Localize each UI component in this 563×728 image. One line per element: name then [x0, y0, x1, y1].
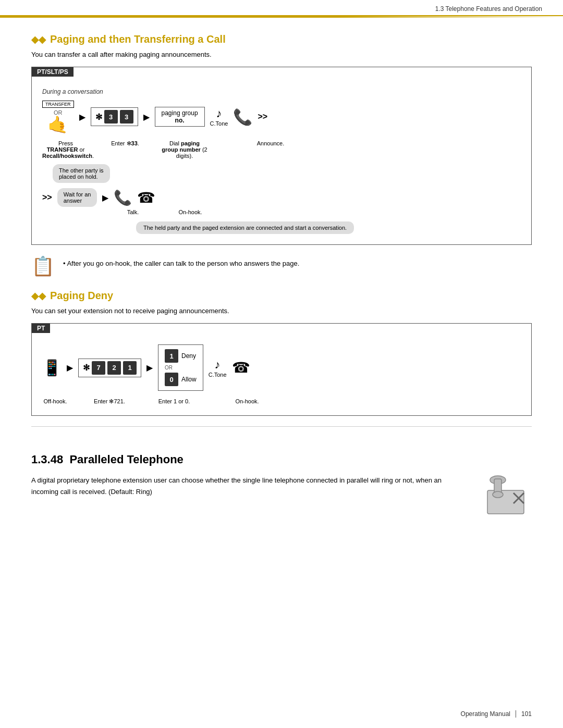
diagram-label-2: PT [32, 324, 50, 333]
page-header: 1.3 Telephone Features and Operation [0, 0, 563, 16]
onhook-col: ☎ [137, 189, 155, 206]
allow-label: Allow [181, 376, 197, 383]
label-announce: Announce. [250, 140, 291, 146]
offhook-col: 📱 [42, 359, 62, 377]
music-note-icon-2: ♪ [215, 358, 221, 372]
footer-divider [516, 710, 516, 718]
section3-body: A digital proprietary telephone extensio… [31, 475, 469, 498]
arrow-d1: ▶ [67, 363, 73, 373]
double-arrow-right: >> [258, 112, 267, 121]
hold-bubble-area: The other party isplaced on hold. [53, 164, 521, 183]
hold-bubble: The other party isplaced on hold. [53, 164, 110, 183]
section2-title-text: Paging Deny [50, 290, 113, 302]
label-onhook: On-hook. [175, 209, 206, 215]
note-bullet-text: After you go on-hook, the caller can tal… [67, 260, 299, 267]
held-bubble: The held party and the paged extension a… [136, 221, 354, 234]
content: ◆◆ Paging and then Transferring a Call Y… [0, 18, 563, 537]
section3-divider [31, 426, 532, 437]
note-paper-icon: 📋 [31, 255, 55, 277]
section3-number: 1.3.48 [31, 453, 63, 466]
star721-key-group: ✻ 7 2 1 [78, 359, 141, 377]
ctone-col-2: ♪ C.Tone [209, 358, 227, 378]
flow-row-paging-deny: 📱 ▶ ✻ 7 2 1 ▶ 1 Deny [42, 344, 521, 391]
deny-allow-box: 1 Deny OR 0 Allow [158, 344, 203, 391]
star-key: ✻ [95, 112, 102, 122]
allow-key: 0 [165, 373, 178, 386]
label-press-transfer: Press TRANSFER or Recall/hookswitch. [42, 140, 89, 159]
ctone-label: C.Tone [210, 120, 228, 127]
section3-title-text: Paralleled Telephone [69, 453, 183, 466]
section1-desc: You can transfer a call after making pag… [31, 51, 532, 58]
key-3a: 3 [104, 110, 118, 124]
label-talk: Talk. [117, 209, 149, 215]
arrow-d2: ▶ [146, 363, 153, 373]
announce-icon: 📞 [233, 108, 252, 126]
labels-row-1: Press TRANSFER or Recall/hookswitch. Ent… [42, 140, 521, 159]
label-enter-star721: Enter ✻721. [86, 398, 133, 405]
section1-title: ◆◆ Paging and then Transferring a Call [31, 33, 532, 45]
label-enter-star33: Enter ✻33. [107, 140, 143, 147]
announce-col: 📞 [233, 108, 252, 126]
flow-row-2: >> Wait for ananswer ▶ 📞 ☎ [42, 188, 521, 207]
arrow-1: ▶ [79, 112, 85, 122]
talk-col: 📞 [114, 189, 132, 206]
phone-with-x-icon [485, 475, 532, 516]
arrow-2: ▶ [143, 112, 150, 122]
diagram-box-2: PT 📱 ▶ ✻ 7 2 1 ▶ [31, 323, 532, 416]
section3-title: 1.3.48 Paralleled Telephone [31, 453, 532, 466]
transfer-phone-col: TRANSFER OR 🤙 [42, 101, 74, 133]
footer-label: Operating Manual [461, 710, 510, 718]
wait-bubble: Wait for ananswer [57, 188, 97, 207]
diagram-content-2: 📱 ▶ ✻ 7 2 1 ▶ 1 Deny [42, 344, 521, 405]
header-text: 1.3 Telephone Features and Operation [435, 5, 542, 13]
footer-page: 101 [521, 710, 532, 718]
held-bubble-area: The held party and the paged extension a… [136, 218, 521, 234]
label-onhook-2: On-hook. [229, 398, 265, 404]
deny-label: Deny [181, 352, 196, 360]
diagram-label-1: PT/SLT/PS [32, 67, 74, 77]
or-text: OR [165, 365, 197, 371]
onhook-col-2: ☎ [232, 359, 250, 376]
label-offhook: Off-hook. [42, 398, 68, 404]
key-7: 7 [92, 361, 105, 375]
double-arrow-left: >> [42, 193, 52, 202]
section2-desc: You can set your extension not to receiv… [31, 307, 532, 315]
page-footer: Operating Manual 101 [461, 710, 532, 718]
star-key-d: ✻ [83, 363, 90, 373]
deny-key: 1 [165, 349, 178, 363]
paging-group-line1: paging group [162, 109, 198, 117]
label-dial-paging: Dial paging group number (2 digits). [161, 140, 208, 159]
ctone-col: ♪ C.Tone [210, 107, 228, 127]
paging-group-line2: no. [162, 117, 198, 124]
section3-content: A digital proprietary telephone extensio… [31, 475, 532, 516]
labels-row-2: Talk. On-hook. [58, 209, 521, 215]
star33-key-group: ✻ 3 3 [91, 107, 138, 126]
arrow-3: ▶ [102, 193, 108, 203]
diagram-box-1: PT/SLT/PS During a conversation TRANSFER… [31, 67, 532, 245]
paging-group-col: paging group no. [155, 107, 205, 127]
key-3b: 3 [120, 110, 133, 124]
section1-title-text: Paging and then Transferring a Call [50, 33, 226, 45]
diagram-content-1: During a conversation TRANSFER OR 🤙 ▶ [42, 88, 521, 234]
flow-row-1: TRANSFER OR 🤙 ▶ ✻ 3 3 ▶ [42, 101, 521, 133]
svg-point-3 [493, 491, 503, 498]
section2-title: ◆◆ Paging Deny [31, 290, 532, 302]
page-container: 1.3 Telephone Features and Operation ◆◆ … [0, 0, 563, 728]
label-enter-1-or-0: Enter 1 or 0. [151, 398, 198, 404]
section2-diamonds: ◆◆ [31, 290, 46, 302]
paging-group-box: paging group no. [155, 107, 205, 127]
talk-icon: 📞 [114, 189, 132, 206]
onhook-icon-2: ☎ [232, 359, 250, 376]
key-1: 1 [123, 361, 137, 375]
deny-labels-row: Off-hook. Enter ✻721. Enter 1 or 0. On-h… [42, 398, 521, 405]
transfer-button-icon: TRANSFER [42, 101, 74, 108]
offhook-icon: 📱 [42, 359, 62, 377]
onhook-icon: ☎ [137, 189, 155, 206]
section1-diamonds: ◆◆ [31, 34, 46, 45]
note-section: 📋 • After you go on-hook, the caller can… [31, 255, 532, 277]
note-text: • After you go on-hook, the caller can t… [63, 255, 299, 267]
phone-handset-icon: 🤙 [47, 116, 68, 133]
deny-row: 1 Deny [165, 349, 197, 363]
ctone-label-2: C.Tone [209, 372, 227, 378]
music-note-icon: ♪ [216, 107, 222, 120]
